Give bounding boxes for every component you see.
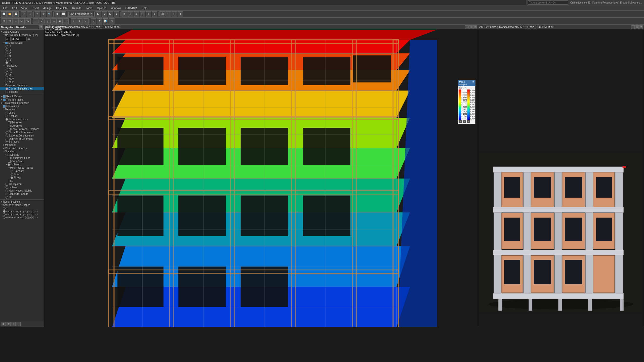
tb-icon-2[interactable]: ⊗ bbox=[128, 11, 133, 17]
prev-button[interactable]: ◀ bbox=[102, 11, 107, 17]
line-load-icon[interactable]: ⬇ bbox=[77, 18, 83, 24]
vp-minimize[interactable]: ─ bbox=[465, 25, 469, 29]
nav-uy[interactable]: uy bbox=[0, 48, 44, 51]
support-icon[interactable]: ⊥ bbox=[63, 18, 69, 24]
view-side[interactable]: S bbox=[172, 11, 177, 17]
nav-scaling-mode-shapes[interactable]: ▼ Scaling of Mode Shapes bbox=[0, 203, 44, 207]
nav-finest[interactable]: Finest bbox=[0, 176, 44, 179]
nav-px[interactable]: px bbox=[0, 54, 44, 58]
nav-modal-analysis[interactable]: ▼ Modal Analysis bbox=[0, 30, 44, 33]
nav-result-values[interactable]: ▶ Result Values bbox=[0, 95, 44, 98]
nav-transparent[interactable]: Transparent bbox=[0, 183, 44, 186]
save-button[interactable]: 💾 bbox=[13, 11, 19, 17]
nav-natural-freq[interactable]: ▼ No.: Natural Frequency f [Hz] bbox=[0, 33, 44, 37]
nav-including-gray[interactable]: 1 bbox=[0, 179, 44, 183]
menu-cadbim[interactable]: CAD-BIM bbox=[123, 6, 139, 10]
mode-shape-checkbox[interactable] bbox=[5, 42, 8, 44]
nav-fine[interactable]: Fine bbox=[0, 173, 44, 176]
menu-assign[interactable]: Assign bbox=[41, 6, 54, 10]
nav-smoothing-level[interactable]: ▼ Mesh Nodes - Solids bbox=[0, 166, 44, 169]
nav-smooth-color[interactable]: ▼ Isolines bbox=[0, 163, 44, 166]
menu-window[interactable]: Window bbox=[109, 6, 123, 10]
nav-btn-4[interactable]: ↔ bbox=[16, 322, 21, 326]
nav-standard[interactable]: Standard bbox=[0, 169, 44, 173]
radio-px[interactable] bbox=[6, 55, 8, 57]
nav-masses[interactable]: ▼ Masses bbox=[0, 64, 44, 67]
nav-mx[interactable]: mx bbox=[0, 67, 44, 71]
nav-mux[interactable]: Mux bbox=[0, 74, 44, 77]
radio-ux[interactable] bbox=[6, 45, 8, 48]
viewport-left[interactable]: 240122-Portico-y-Mamposteria-AISLADO_1_s… bbox=[44, 25, 478, 327]
view-front[interactable]: F bbox=[166, 11, 171, 17]
snap-button[interactable]: ⊞ bbox=[1, 18, 7, 24]
nav-freq-input-row[interactable]: ◀▶ bbox=[0, 37, 44, 41]
nav-extremes[interactable]: Extremes bbox=[0, 124, 44, 127]
nav-current-selection[interactable]: Current Selection: [u] bbox=[0, 87, 44, 90]
print-icon[interactable]: 🖨 bbox=[109, 18, 114, 24]
node-icon[interactable]: · bbox=[33, 18, 38, 24]
nav-pz[interactable]: pz bbox=[0, 61, 44, 64]
vpr-minimize[interactable]: ─ bbox=[631, 25, 635, 29]
nav-py[interactable]: py bbox=[0, 58, 44, 61]
radio-py[interactable] bbox=[6, 58, 8, 61]
vp-close[interactable]: ✕ bbox=[473, 25, 477, 29]
vpr-close[interactable]: ✕ bbox=[639, 25, 643, 29]
cp-btn3[interactable]: ≡ bbox=[467, 120, 470, 123]
nav-outlines-deformed[interactable]: Outlines of Deformed Surfaces bbox=[0, 137, 44, 143]
cp-btn2[interactable]: ⊗ bbox=[463, 120, 466, 123]
undo-button[interactable]: ↩ bbox=[21, 11, 26, 17]
nav-btn-3[interactable]: ⌂ bbox=[11, 322, 16, 326]
nav-values-surfaces2[interactable]: ▶ Values on Surfaces bbox=[0, 147, 44, 150]
angle-button[interactable]: ∠ bbox=[19, 18, 25, 24]
check-icon[interactable]: ✓ bbox=[91, 18, 96, 24]
keyword-search[interactable] bbox=[528, 1, 568, 5]
nav-btn-2[interactable]: 👁 bbox=[6, 322, 11, 326]
nav-specific[interactable]: Specific bbox=[0, 90, 44, 94]
menu-tools[interactable]: Tools bbox=[84, 6, 94, 10]
surface-icon[interactable]: ▭ bbox=[51, 18, 57, 24]
open-button[interactable]: 📂 bbox=[7, 11, 13, 17]
nav-muy[interactable]: Muy bbox=[0, 77, 44, 80]
tb-icon-4[interactable]: ⬡ bbox=[140, 11, 145, 17]
nav-mode-shape[interactable]: ▼ Mode Shape bbox=[0, 41, 44, 44]
nav-sep-lines2[interactable]: Separation Lines bbox=[0, 156, 44, 160]
mesh-canvas[interactable] bbox=[44, 29, 478, 327]
nav-isobands[interactable]: Isobands bbox=[0, 153, 44, 156]
menu-calculate[interactable]: Calculate bbox=[54, 6, 70, 10]
nav-section-colored[interactable]: Separation Lines bbox=[0, 118, 44, 121]
nav-max-ux[interactable]: max (ux; uY; uc; pX; pY; pZ) = 1 bbox=[0, 210, 44, 213]
stop-button[interactable]: ■ bbox=[114, 11, 119, 17]
grid-button[interactable]: ⊟ bbox=[7, 18, 13, 24]
zoom-button[interactable]: 🔍 bbox=[47, 11, 52, 17]
mode-number-input[interactable] bbox=[6, 37, 11, 41]
menu-file[interactable]: File bbox=[1, 6, 10, 10]
nav-values-surfaces[interactable]: ▼ Values on Surfaces bbox=[0, 84, 44, 87]
report-icon[interactable]: 📊 bbox=[103, 18, 108, 24]
member-icon[interactable]: ╔ bbox=[45, 18, 51, 24]
nav-isobands-solids[interactable]: Isobands - Solids bbox=[0, 192, 44, 196]
tb-icon-1[interactable]: ⊕ bbox=[122, 11, 127, 17]
menu-view[interactable]: View bbox=[19, 6, 29, 10]
next-button[interactable]: ▶ bbox=[108, 11, 113, 17]
point-load-icon[interactable]: ↓ bbox=[71, 18, 76, 24]
nav-lines[interactable]: Lines bbox=[0, 111, 44, 114]
view-3d[interactable]: 3D bbox=[159, 11, 165, 17]
control-panel-header[interactable]: Mode Shapes ✕ bbox=[458, 80, 475, 86]
nav-title-info[interactable]: ▶ Title Information bbox=[0, 98, 44, 101]
menu-insert[interactable]: Insert bbox=[30, 6, 41, 10]
nav-members-info[interactable]: ▼ Members bbox=[0, 108, 44, 111]
tb-icon-3[interactable]: ◈ bbox=[134, 11, 139, 17]
nav-uc[interactable]: uc bbox=[0, 51, 44, 54]
nav-mz[interactable]: mz bbox=[0, 71, 44, 74]
line-icon[interactable]: ╱ bbox=[39, 18, 45, 24]
vp-maximize[interactable]: □ bbox=[469, 25, 473, 29]
cp-btn1[interactable]: ⊕ bbox=[459, 120, 462, 123]
lc-dropdown[interactable]: LC4 Frequencies ▼ bbox=[68, 12, 93, 17]
surface-load-icon[interactable]: ⤓ bbox=[83, 18, 89, 24]
nav-from-mass[interactable]: From mass matrix [u]*[M][u] = 1 bbox=[0, 216, 44, 219]
nav-isolines[interactable]: Isolines bbox=[0, 186, 44, 189]
menu-results[interactable]: Results bbox=[70, 6, 84, 10]
nav-maxmin-info[interactable]: ▶ Max/Min Information bbox=[0, 101, 44, 105]
nav-local-torsional[interactable]: Local Torsional Rotations bbox=[0, 127, 44, 131]
nav-gray-zone[interactable]: Gray Zone bbox=[0, 160, 44, 163]
